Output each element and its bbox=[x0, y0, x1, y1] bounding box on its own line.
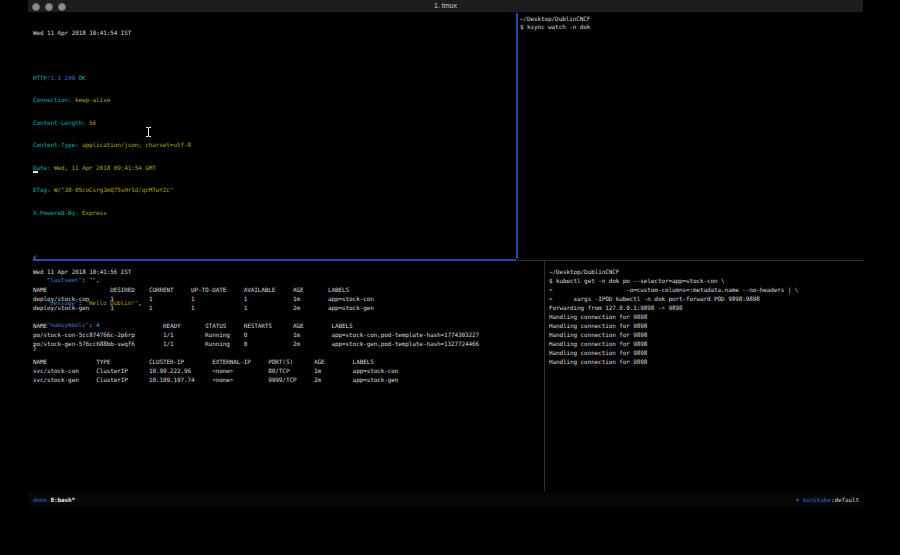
status-right: ⎈ minikube:default bbox=[796, 493, 859, 506]
port-forward-output: ~/Desktop/DublinCNCF $ kubectl get -n do… bbox=[549, 267, 861, 366]
http-header-line: ETag:W/"38-05coCsrg3mQ75sHr1d/qcMTwYZc" bbox=[33, 186, 513, 195]
header-name: ETag: bbox=[33, 186, 51, 193]
blank-line bbox=[33, 51, 513, 60]
pane-border-horizontal[interactable] bbox=[517, 260, 863, 261]
header-value: Wed, 11 Apr 2018 09:41:54 GMT bbox=[51, 164, 156, 171]
http-header-line: Content-Type:application/json; charset=u… bbox=[33, 141, 513, 150]
blank-line bbox=[33, 231, 513, 240]
header-name: Content-Length: bbox=[33, 119, 86, 126]
terminal-cursor bbox=[33, 171, 38, 173]
json-open-brace: { bbox=[33, 254, 513, 263]
window-titlebar[interactable]: 1. tmux bbox=[28, 0, 863, 13]
pane-port-forward[interactable]: ~/Desktop/DublinCNCF $ kubectl get -n do… bbox=[549, 267, 861, 489]
http-header-line: Connection:keep-alive bbox=[33, 96, 513, 105]
header-name: X-Powered-By: bbox=[33, 209, 79, 216]
active-pane-border-horizontal[interactable] bbox=[33, 259, 516, 261]
terminal-window: 1. tmux Wed 11 Apr 2018 10:41:54 IST HTT… bbox=[28, 0, 863, 507]
ksync-output: ~/Desktop/DublinCNCF $ ksync watch -n do… bbox=[520, 15, 860, 32]
pane-kubectl-get[interactable]: Wed 11 Apr 2018 10:41:56 IST NAME DESIRE… bbox=[33, 267, 541, 489]
header-value: Express bbox=[79, 209, 107, 216]
header-value: W/"38-05coCsrg3mQ75sHr1d/qcMTwYZc" bbox=[51, 186, 174, 193]
tmux-status-bar: demo0:bash* ⎈ minikube:default bbox=[28, 493, 863, 506]
kube-namespace: :default bbox=[831, 496, 859, 503]
header-value: 56 bbox=[86, 119, 96, 126]
desktop-background: 1. tmux Wed 11 Apr 2018 10:41:54 IST HTT… bbox=[0, 0, 900, 555]
pane-http-response[interactable]: Wed 11 Apr 2018 10:41:54 IST HTTP/1.1 20… bbox=[33, 15, 513, 257]
timestamp-line: Wed 11 Apr 2018 10:41:54 IST bbox=[33, 29, 513, 38]
pane-ksync[interactable]: ~/Desktop/DublinCNCF $ ksync watch -n do… bbox=[520, 15, 860, 257]
header-name: Connection: bbox=[33, 96, 72, 103]
http-header-line: Content-Length:56 bbox=[33, 119, 513, 128]
mouse-ibeam-cursor bbox=[145, 122, 152, 141]
http-version-code: /1.1 200 bbox=[47, 74, 75, 81]
active-pane-border-vertical[interactable] bbox=[516, 13, 518, 259]
window-title: 1. tmux bbox=[28, 2, 863, 9]
header-name: Date: bbox=[33, 164, 51, 171]
http-header-line: Date:Wed, 11 Apr 2018 09:41:54 GMT bbox=[33, 164, 513, 173]
kube-context-with-helm-icon: ⎈ minikube bbox=[796, 496, 831, 503]
http-status-line: HTTP/1.1 200OK bbox=[33, 74, 513, 83]
http-reason: OK bbox=[75, 74, 85, 81]
status-left: demo0:bash* bbox=[33, 493, 75, 506]
kubectl-output: Wed 11 Apr 2018 10:41:56 IST NAME DESIRE… bbox=[33, 267, 541, 384]
window-tab-bash: 0:bash* bbox=[47, 496, 75, 503]
pane-border-vertical[interactable] bbox=[544, 261, 545, 492]
header-name: Content-Type: bbox=[33, 141, 79, 148]
header-value: application/json; charset=utf-8 bbox=[79, 141, 191, 148]
header-value: keep-alive bbox=[72, 96, 111, 103]
session-name: demo bbox=[33, 496, 47, 503]
http-proto: HTTP bbox=[33, 74, 47, 81]
http-header-line: X-Powered-By:Express bbox=[33, 209, 513, 218]
